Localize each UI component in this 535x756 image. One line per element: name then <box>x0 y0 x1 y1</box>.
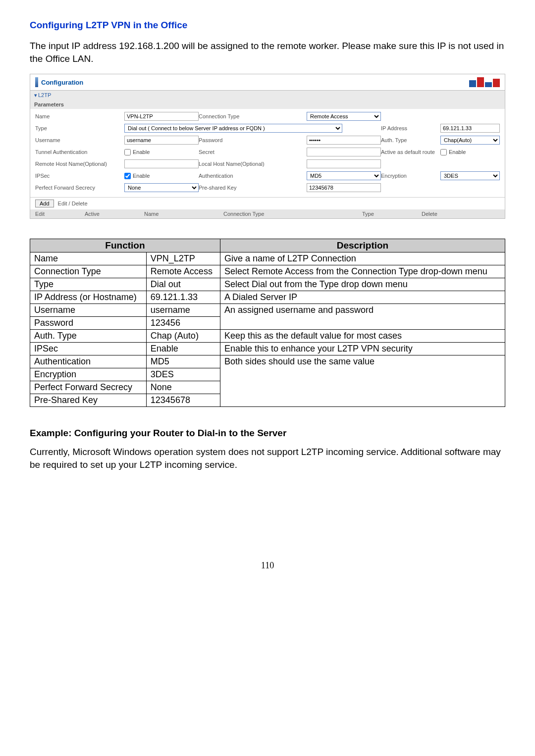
label-ip: IP Address <box>381 125 440 131</box>
table-row: Authentication MD5 Both sides should use… <box>30 355 505 368</box>
ip-input[interactable] <box>440 124 500 133</box>
list-header: Edit Active Name Connection Type Type De… <box>30 209 505 218</box>
tab-l2tp[interactable]: ▾L2TP <box>30 91 505 100</box>
label-ipsec: IPSec <box>35 173 124 179</box>
pfs-select[interactable]: None <box>124 183 199 192</box>
label-tunnel-auth: Tunnel Authentication <box>35 149 124 155</box>
add-row: Add Edit / Delete <box>30 197 505 209</box>
label-local-host: Local Host Name(Optional) <box>199 161 307 167</box>
panel-accent-bar <box>35 77 38 87</box>
col-delete: Delete <box>422 211 500 217</box>
conn-type-select[interactable]: Remote Access <box>307 112 381 121</box>
password-input[interactable] <box>307 136 381 145</box>
col-edit: Edit <box>35 211 85 217</box>
type-select[interactable]: Dial out ( Connect to below Server IP ad… <box>124 124 342 133</box>
username-input[interactable] <box>124 136 199 145</box>
label-authentication: Authentication <box>199 173 307 179</box>
active-default-checkbox[interactable] <box>440 149 447 155</box>
section-heading: Configuring L2TP VPN in the Office <box>30 20 505 31</box>
ipsec-checkbox[interactable] <box>124 173 131 179</box>
psk-input[interactable] <box>307 183 381 192</box>
col-name: Name <box>144 211 223 217</box>
label-encryption: Encryption <box>381 173 440 179</box>
enable-label: Enable <box>133 149 150 155</box>
tunnel-auth-checkbox[interactable] <box>124 149 131 155</box>
table-row: Connection Type Remote Access Select Rem… <box>30 265 505 278</box>
encryption-select[interactable]: 3DES <box>440 171 500 180</box>
function-col-header: Function <box>30 239 220 252</box>
table-row: Perfect Forward Secrecy None <box>30 381 505 394</box>
brand-logo <box>469 77 500 87</box>
label-name: Name <box>35 113 124 119</box>
add-button[interactable]: Add <box>35 200 54 207</box>
remote-host-input[interactable] <box>124 159 199 168</box>
label-pfs: Perfect Forward Secrecy <box>35 185 124 191</box>
label-password: Password <box>199 137 307 143</box>
example-heading: Example: Configuring your Router to Dial… <box>30 428 505 439</box>
enable-label-2: Enable <box>449 149 466 155</box>
label-psk: Pre-shared Key <box>199 185 307 191</box>
table-row: IP Address (or Hostname) 69.121.1.33 A D… <box>30 291 505 304</box>
label-secret: Secret <box>199 149 307 155</box>
table-row: Password 123456 <box>30 317 505 330</box>
table-row: Type Dial out Select Dial out from the T… <box>30 278 505 291</box>
page-number: 110 <box>30 560 505 571</box>
table-row: Username username An assigned username a… <box>30 304 505 317</box>
label-remote-host: Remote Host Name(Optional) <box>35 161 124 167</box>
name-input[interactable] <box>124 112 199 121</box>
auth-type-select[interactable]: Chap(Auto) <box>440 136 500 145</box>
authentication-select[interactable]: MD5 <box>307 171 381 180</box>
enable-label-3: Enable <box>133 173 150 179</box>
table-row: Auth. Type Chap (Auto) Keep this as the … <box>30 330 505 343</box>
intro-paragraph: The input IP address 192.168.1.200 will … <box>30 40 505 65</box>
table-row: Name VPN_L2TP Give a name of L2TP Connec… <box>30 252 505 265</box>
secret-input[interactable] <box>307 148 381 156</box>
config-panel: Configuration ▾L2TP Parameters Name Conn… <box>30 74 505 219</box>
table-row: Pre-Shared Key 12345678 <box>30 394 505 407</box>
parameters-form: Name Connection Type Remote Access Type … <box>30 109 505 197</box>
col-conn-type: Connection Type <box>223 211 362 217</box>
table-row: Encryption 3DES <box>30 368 505 381</box>
table-row: IPSec Enable Enable this to enhance your… <box>30 343 505 355</box>
edit-delete-label: Edit / Delete <box>58 201 88 206</box>
label-auth-type: Auth. Type <box>381 137 440 143</box>
local-host-input[interactable] <box>307 159 381 168</box>
label-conn-type: Connection Type <box>199 113 307 119</box>
example-body: Currently, Microsoft Windows operation s… <box>30 446 505 471</box>
label-active-default: Active as default route <box>381 149 440 155</box>
col-type: Type <box>362 211 422 217</box>
function-description-table: Function Description Name VPN_L2TP Give … <box>30 239 505 407</box>
panel-header: Configuration <box>30 74 505 91</box>
panel-title: Configuration <box>41 79 83 86</box>
label-type: Type <box>35 125 124 131</box>
section-parameters: Parameters <box>30 100 505 109</box>
col-active: Active <box>85 211 144 217</box>
label-username: Username <box>35 137 124 143</box>
description-col-header: Description <box>220 239 505 252</box>
